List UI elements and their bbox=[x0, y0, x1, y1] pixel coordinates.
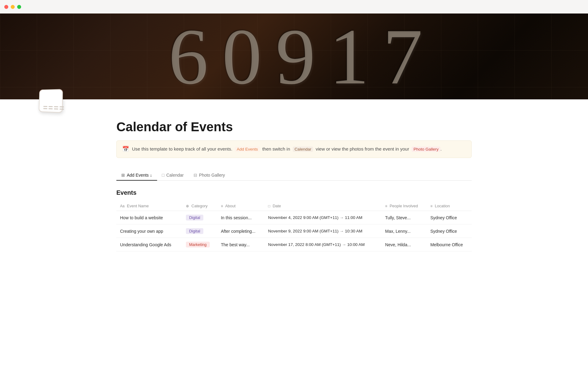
location-type-icon: ≡ bbox=[430, 204, 432, 208]
info-banner-icon: 📅 bbox=[122, 145, 129, 153]
calendar-tab-icon: □ bbox=[162, 173, 164, 178]
cell-date: November 17, 2022 8:00 AM (GMT+11) → 10:… bbox=[264, 238, 381, 251]
events-table: Aa Event Name ⊕ Category ≡ About □ Date … bbox=[116, 201, 472, 251]
tab-add-events-label: Add Events ↓ bbox=[127, 173, 152, 178]
cell-category: Digital bbox=[182, 211, 217, 224]
hero-number-display: 6 0 9 1 7 bbox=[168, 17, 420, 96]
tab-photo-gallery[interactable]: ⊟ Photo Gallery bbox=[189, 170, 230, 181]
add-events-link[interactable]: Add Events bbox=[235, 147, 260, 152]
tab-photo-gallery-label: Photo Gallery bbox=[199, 173, 225, 178]
table-row[interactable]: Creating your own app Digital After comp… bbox=[116, 224, 472, 238]
minimize-button[interactable] bbox=[11, 5, 15, 9]
main-content: Calendar of Events 📅 Use this template t… bbox=[80, 120, 508, 251]
col-header-location: ≡ Location bbox=[427, 201, 472, 211]
cell-people: Tully, Steve... bbox=[382, 211, 427, 224]
table-header-row: Aa Event Name ⊕ Category ≡ About □ Date … bbox=[116, 201, 472, 211]
gallery-icon: ⊟ bbox=[194, 173, 197, 178]
table-icon: ⊞ bbox=[121, 173, 125, 178]
cell-location: Melbourne Office bbox=[427, 238, 472, 251]
category-badge: Marketing bbox=[186, 242, 209, 247]
maximize-button[interactable] bbox=[17, 5, 21, 9]
cell-about: After completing... bbox=[217, 224, 264, 238]
cell-event-name: How to build a website bbox=[116, 211, 182, 224]
cell-event-name: Understanding Google Ads bbox=[116, 238, 182, 251]
col-header-name: Aa Event Name bbox=[116, 201, 182, 211]
col-category-label: Category bbox=[191, 204, 208, 208]
col-header-category: ⊕ Category bbox=[182, 201, 217, 211]
close-button[interactable] bbox=[4, 5, 8, 9]
col-header-about: ≡ About bbox=[217, 201, 264, 211]
cell-people: Max, Lenny... bbox=[382, 224, 427, 238]
events-section-title: Events bbox=[116, 189, 472, 196]
category-badge: Digital bbox=[186, 228, 203, 234]
tab-add-events[interactable]: ⊞ Add Events ↓ bbox=[116, 170, 157, 181]
cell-location: Sydney Office bbox=[427, 224, 472, 238]
tabs-bar: ⊞ Add Events ↓ □ Calendar ⊟ Photo Galler… bbox=[116, 170, 472, 181]
date-type-icon: □ bbox=[268, 204, 270, 208]
people-type-icon: ≡ bbox=[385, 204, 387, 208]
col-date-label: Date bbox=[273, 204, 281, 208]
page-icon-area bbox=[0, 85, 588, 112]
titlebar bbox=[0, 0, 588, 13]
photo-gallery-link[interactable]: Photo Gallery bbox=[412, 147, 440, 152]
info-text: Use this template to keep track of all y… bbox=[132, 146, 442, 153]
cell-category: Marketing bbox=[182, 238, 217, 251]
cell-category: Digital bbox=[182, 224, 217, 238]
col-about-label: About bbox=[225, 204, 236, 208]
cell-event-name: Creating your own app bbox=[116, 224, 182, 238]
col-location-label: Location bbox=[435, 204, 450, 208]
category-badge: Digital bbox=[186, 215, 203, 220]
calendar-link[interactable]: Calendar bbox=[293, 147, 313, 152]
cell-about: In this session... bbox=[217, 211, 264, 224]
col-header-date: □ Date bbox=[264, 201, 381, 211]
table-row[interactable]: How to build a website Digital In this s… bbox=[116, 211, 472, 224]
cell-about: The best way... bbox=[217, 238, 264, 251]
cell-date: November 9, 2022 9:00 AM (GMT+11) → 10:3… bbox=[264, 224, 381, 238]
table-row[interactable]: Understanding Google Ads Marketing The b… bbox=[116, 238, 472, 251]
page-title: Calendar of Events bbox=[116, 120, 472, 134]
cell-people: Neve, Hilda... bbox=[382, 238, 427, 251]
text-type-icon: Aa bbox=[120, 204, 125, 208]
tab-calendar[interactable]: □ Calendar bbox=[157, 170, 189, 181]
about-type-icon: ≡ bbox=[221, 204, 223, 208]
category-type-icon: ⊕ bbox=[186, 204, 189, 208]
cell-date: November 4, 2022 9:00 AM (GMT+11) → 11:0… bbox=[264, 211, 381, 224]
info-banner: 📅 Use this template to keep track of all… bbox=[116, 140, 472, 158]
col-people-label: People Involved bbox=[390, 204, 418, 208]
calendar-emoji-icon bbox=[37, 84, 65, 113]
col-header-people: ≡ People Involved bbox=[382, 201, 427, 211]
cell-location: Sydney Office bbox=[427, 211, 472, 224]
col-name-label: Event Name bbox=[127, 204, 149, 208]
tab-calendar-label: Calendar bbox=[166, 173, 184, 178]
